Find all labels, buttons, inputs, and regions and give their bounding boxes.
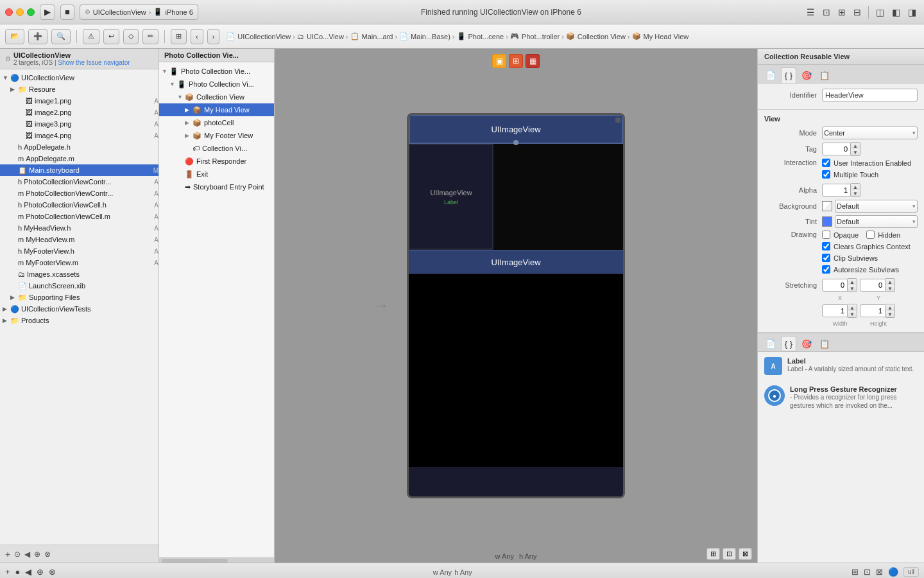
stretch-w-stepper[interactable]: ▲ ▼ [848, 304, 857, 318]
multiple-touch-checkbox[interactable] [822, 170, 830, 179]
debug-btn[interactable]: ● [15, 567, 21, 577]
tree-item-launchscreen[interactable]: 📄 LaunchScreen.xib [0, 280, 158, 292]
storyboard-item-collection-vi[interactable]: 🏷 Collection Vi... [159, 142, 274, 155]
stepper-down[interactable]: ▼ [851, 190, 860, 197]
stepper-up[interactable]: ▲ [886, 304, 894, 311]
storyboard-item-collection-view[interactable]: ▼ 📦 Collection View [159, 91, 274, 103]
user-interaction-checkbox[interactable] [822, 159, 830, 167]
add-file-btn[interactable]: + [5, 549, 10, 559]
layout-btn[interactable]: 🔵 [888, 567, 898, 577]
mid-panel-scrollbar[interactable] [159, 557, 274, 563]
add-constraint-btn[interactable]: ⊕ [37, 567, 44, 577]
tree-item-myfooterview-m[interactable]: m MyFooterView.m A [0, 257, 158, 268]
canvas-reset-btn[interactable]: ⊠ [739, 548, 752, 560]
opaque-checkbox[interactable] [822, 231, 830, 239]
phone-footer-view[interactable]: UIImageView [409, 250, 623, 274]
tree-item-products[interactable]: ▶ 📁 Products [0, 315, 158, 326]
breadcrumb-item-5[interactable]: 🎮 Phot...troller [510, 32, 560, 40]
standard-editor[interactable]: ⊡ [820, 6, 833, 19]
tree-item-image1[interactable]: 🖼 image1.png A [0, 95, 158, 107]
goto-btn[interactable]: ⊗ [44, 550, 51, 559]
tree-item-pvc-h[interactable]: h PhotoCollectionViewContr... A [0, 176, 158, 188]
phone-photo-cell[interactable]: UIImageView Label [409, 144, 493, 250]
debug-area-toggle[interactable]: ◧ [889, 6, 903, 19]
stretch-w-input[interactable] [822, 304, 848, 317]
tree-item-uicollectionview[interactable]: ▼ 🔵 UICollectionView [0, 72, 158, 83]
tree-item-myheadview-h[interactable]: h MyHeadView.h A [0, 222, 158, 234]
annotation-btn[interactable]: ✏ [142, 29, 158, 44]
nav-forward-btn[interactable]: › [207, 29, 220, 44]
canvas-tool-1[interactable]: ⊞ [509, 54, 523, 68]
add-btn[interactable]: + [5, 567, 10, 577]
breadcrumb-item-7[interactable]: 📦 My Head View [632, 32, 689, 40]
tree-item-image2[interactable]: 🖼 image2.png A [0, 107, 158, 118]
open-file-btn[interactable]: 📂 [5, 29, 24, 44]
inspector-tab-connections[interactable]: 📋 [817, 67, 832, 83]
stepper-down[interactable]: ▼ [886, 311, 894, 317]
scheme-selector[interactable]: ⚙ UICollectionView › 📱 iPhone 6 [80, 4, 198, 20]
tree-item-image4[interactable]: 🖼 image4.png A [0, 130, 158, 141]
issue-btn-bottom[interactable]: ⊗ [49, 567, 56, 577]
stepper-down[interactable]: ▼ [851, 149, 860, 155]
show-issue-navigator[interactable]: Show the Issue navigator [58, 59, 130, 66]
storyboard-item-root[interactable]: ▼ 📱 Photo Collection Vie... [159, 65, 274, 78]
inspector-tab-file[interactable]: 📄 [763, 67, 778, 83]
breadcrumb-item-4[interactable]: 📱 Phot...cene [457, 32, 504, 40]
tree-item-tests[interactable]: ▶ 🔵 UICollectionViewTests [0, 303, 158, 315]
storyboard-item-photocell[interactable]: ▶ 📦 photoCell [159, 116, 274, 129]
stretch-y-stepper[interactable]: ▲ ▼ [886, 278, 895, 292]
breadcrumb-item-6[interactable]: 📦 Collection View [566, 32, 626, 40]
nav-back-btn[interactable]: ‹ [191, 29, 203, 44]
tree-item-resource[interactable]: ▶ 📁 Resoure [0, 83, 158, 95]
alpha-input[interactable] [822, 184, 851, 197]
stepper-up[interactable]: ▲ [851, 184, 860, 190]
scale-btn[interactable]: ⊡ [864, 567, 871, 577]
fullscreen-button[interactable] [27, 8, 35, 16]
library-tab-objects[interactable]: { } [781, 336, 796, 351]
filter-btn[interactable]: ⊙ [14, 550, 21, 559]
grid-btn[interactable]: ⊠ [876, 567, 883, 577]
stepper-up[interactable]: ▲ [848, 304, 857, 311]
close-button[interactable] [5, 8, 13, 16]
tree-item-appdelegate-m[interactable]: m AppDelegate.m [0, 153, 158, 164]
storyboard-item-exit[interactable]: 🚪 Exit [159, 168, 274, 180]
minimize-button[interactable] [16, 8, 24, 16]
tint-color-swatch[interactable] [822, 216, 832, 227]
hidden-checkbox[interactable] [866, 231, 875, 239]
search-btn[interactable]: 🔍 [51, 29, 71, 44]
stepper-up[interactable]: ▲ [851, 143, 860, 149]
library-tab-list[interactable]: 📋 [817, 336, 832, 351]
stretch-h-input[interactable] [860, 304, 886, 317]
inspector-tab-attributes[interactable]: { } [781, 67, 796, 83]
stretch-h-stepper[interactable]: ▲ ▼ [886, 304, 895, 318]
tree-item-supporting-files[interactable]: ▶ 📁 Supporting Files [0, 292, 158, 303]
canvas-tool-0[interactable]: ▣ [492, 54, 506, 68]
canvas-tool-2[interactable]: ▦ [526, 54, 540, 68]
stretch-y-input[interactable] [860, 279, 886, 292]
canvas-zoom-btn[interactable]: ⊞ [706, 548, 720, 560]
tree-item-appdelegate-h[interactable]: h AppDelegate.h [0, 141, 158, 153]
autoresize-checkbox[interactable] [822, 265, 830, 274]
canvas-fit-btn[interactable]: ⊡ [723, 548, 736, 560]
assistant-editor[interactable]: ⊞ [835, 6, 848, 19]
recent-btn[interactable]: ⊕ [34, 550, 40, 559]
tag-stepper[interactable]: ▲ ▼ [851, 142, 860, 156]
breadcrumb-item-0[interactable]: 📄 UICollectionView [226, 32, 291, 40]
back-btn[interactable]: ◀ [25, 567, 31, 577]
breakpoint-btn[interactable]: ◇ [123, 29, 139, 44]
version-editor[interactable]: ⊟ [851, 6, 864, 19]
stepper-up[interactable]: ▲ [886, 279, 894, 285]
breadcrumb-item-1[interactable]: 🗂 UICo...View [297, 33, 344, 40]
stepper-down[interactable]: ▼ [848, 285, 857, 292]
inspector-tab-identity[interactable]: 🎯 [799, 67, 814, 83]
resize-handle[interactable] [513, 140, 518, 145]
undo-btn[interactable]: ↩ [103, 29, 119, 44]
storyboard-item-entry-point[interactable]: ➡ Storyboard Entry Point [159, 180, 274, 193]
tree-item-pvccell-m[interactable]: m PhotoCollectionViewCell.m A [0, 211, 158, 222]
navigator-toggle-left[interactable]: ◫ [873, 6, 887, 19]
tree-item-mainstoryboard[interactable]: 📋 Main.storyboard M [0, 164, 158, 176]
tag-input[interactable] [822, 143, 851, 155]
tree-item-image3[interactable]: 🖼 image3.png A [0, 118, 158, 130]
tree-item-myfooterview-h[interactable]: h MyFooterView.h A [0, 245, 158, 257]
zoom-fit-btn[interactable]: ⊞ [851, 567, 859, 577]
